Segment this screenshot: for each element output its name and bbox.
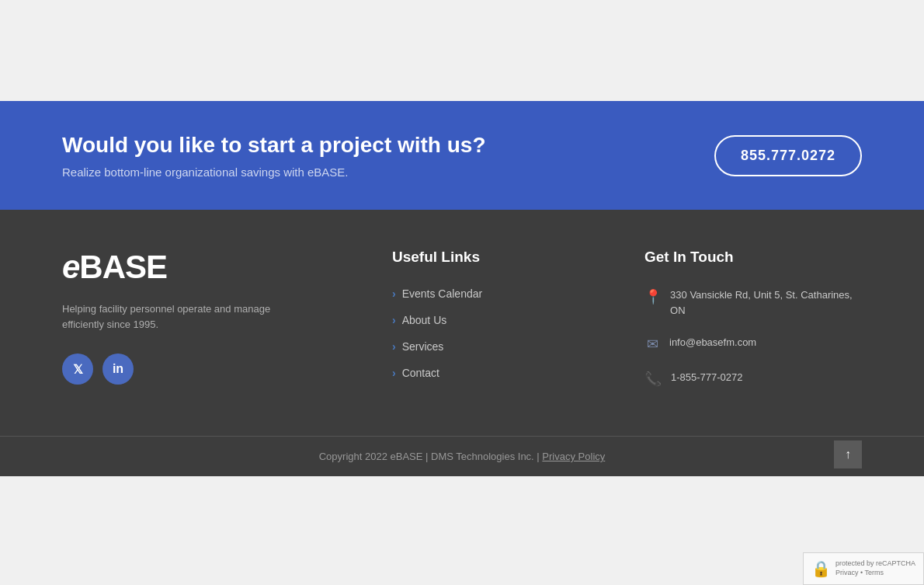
cta-phone-button[interactable]: 855.777.0272 [714,135,862,176]
cta-section: Would you like to start a project with u… [0,101,924,210]
chevron-icon: › [392,287,396,300]
link-label-contact: Contact [402,367,439,379]
twitter-social-icon[interactable]: 𝕏 [62,353,93,385]
top-gray-area [0,0,924,101]
contact-phone-text: 1-855-777-0272 [671,370,743,385]
linkedin-social-icon[interactable]: in [102,353,134,385]
footer-contact-column: Get In Touch 📍 330 Vansickle Rd, Unit 5,… [644,249,862,405]
footer-bottom-bar: Copyright 2022 eBASE | DMS Technologies … [0,436,924,476]
link-label-events-calendar: Events Calendar [402,287,483,300]
arrow-up-icon: ↑ [845,447,851,461]
footer-logo: eBASE [62,249,311,286]
logo-text: eBASE [62,249,167,285]
get-in-touch-title: Get In Touch [644,249,862,266]
email-icon: ✉ [644,336,660,353]
link-item-contact[interactable]: › Contact [392,367,563,379]
link-item-about-us[interactable]: › About Us [392,314,563,326]
link-label-services: Services [402,340,444,353]
phone-icon: 📞 [644,371,662,388]
link-item-services[interactable]: › Services [392,340,563,353]
recaptcha-policy-text: Privacy • Terms [835,569,915,578]
recaptcha-badge: 🔒 protected by reCAPTCHA Privacy • Terms [803,552,924,585]
contact-address-item: 📍 330 Vansickle Rd, Unit 5, St. Catharin… [644,287,862,318]
contact-email-item[interactable]: ✉ info@ebasefm.com [644,335,862,353]
useful-links-title: Useful Links [392,249,563,266]
recaptcha-protected-text: protected by reCAPTCHA [835,559,915,569]
chevron-icon: › [392,314,396,326]
contact-address-text: 330 Vansickle Rd, Unit 5, St. Catharines… [670,287,862,318]
link-label-about-us: About Us [402,314,447,326]
cta-heading: Would you like to start a project with u… [62,133,486,158]
footer-left-column: eBASE Helping facility personnel operate… [62,249,311,385]
footer-tagline: Helping facility personnel operate and m… [62,301,311,332]
recaptcha-logo: 🔒 [811,559,831,578]
contact-phone-item[interactable]: 📞 1-855-777-0272 [644,370,862,388]
map-pin-icon: 📍 [644,288,661,305]
contact-email-text: info@ebasefm.com [669,335,756,350]
social-icons-group: 𝕏 in [62,353,311,385]
scroll-to-top-button[interactable]: ↑ [834,440,862,468]
chevron-icon: › [392,340,396,353]
footer-copyright: Copyright 2022 eBASE | DMS Technologies … [319,451,606,462]
recaptcha-text: protected by reCAPTCHA Privacy • Terms [835,559,915,577]
privacy-policy-link[interactable]: Privacy Policy [542,451,605,462]
copyright-text: Copyright 2022 eBASE | DMS Technologies … [319,451,540,462]
cta-subtext: Realize bottom-line organizational savin… [62,165,486,179]
cta-text-block: Would you like to start a project with u… [62,133,486,179]
link-item-events-calendar[interactable]: › Events Calendar [392,287,563,300]
chevron-icon: › [392,367,396,379]
footer-main: eBASE Helping facility personnel operate… [0,210,924,436]
footer-links-column: Useful Links › Events Calendar › About U… [392,249,563,393]
